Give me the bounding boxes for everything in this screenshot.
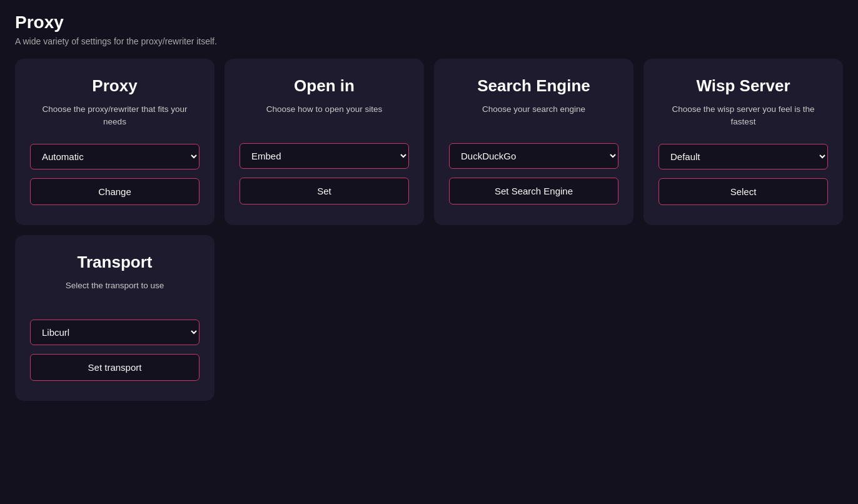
proxy-change-button[interactable]: Change [30, 178, 199, 205]
transport-card-desc: Select the transport to use [66, 280, 164, 305]
proxy-card-title: Proxy [92, 76, 137, 96]
page-title: Proxy [15, 13, 843, 33]
wisp-server-card-desc: Choose the wisp server you feel is the f… [659, 103, 828, 129]
open-in-card-title: Open in [294, 76, 355, 96]
cards-grid: Proxy Choose the proxy/rewriter that fit… [15, 59, 843, 225]
page-subtitle: A wide variety of settings for the proxy… [15, 36, 843, 46]
search-engine-card: Search Engine Choose your search engine … [434, 59, 633, 225]
wisp-server-card: Wisp Server Choose the wisp server you f… [644, 59, 843, 225]
wisp-server-select-button[interactable]: Select [659, 178, 828, 205]
transport-select[interactable]: Libcurl Epoxy Bare [30, 320, 199, 345]
proxy-card: Proxy Choose the proxy/rewriter that fit… [15, 59, 214, 225]
transport-card: Transport Select the transport to use Li… [15, 235, 214, 401]
transport-card-title: Transport [78, 253, 153, 272]
wisp-server-card-title: Wisp Server [696, 76, 790, 96]
wisp-server-select[interactable]: Default Custom [659, 144, 828, 169]
search-engine-select[interactable]: DuckDuckGo Google Bing Brave [449, 143, 618, 169]
open-in-set-button[interactable]: Set [240, 178, 409, 204]
proxy-card-desc: Choose the proxy/rewriter that fits your… [30, 103, 199, 129]
search-engine-card-desc: Choose your search engine [482, 103, 585, 128]
proxy-select[interactable]: Automatic Ultraviolet Scramjet [30, 144, 199, 169]
search-engine-set-button[interactable]: Set Search Engine [449, 178, 618, 204]
open-in-select[interactable]: Embed New Tab Redirect [240, 143, 409, 169]
open-in-card: Open in Choose how to open your sites Em… [225, 59, 424, 225]
transport-set-button[interactable]: Set transport [30, 354, 199, 381]
search-engine-card-title: Search Engine [477, 76, 590, 96]
open-in-card-desc: Choose how to open your sites [266, 103, 382, 128]
bottom-grid: Transport Select the transport to use Li… [15, 235, 843, 401]
